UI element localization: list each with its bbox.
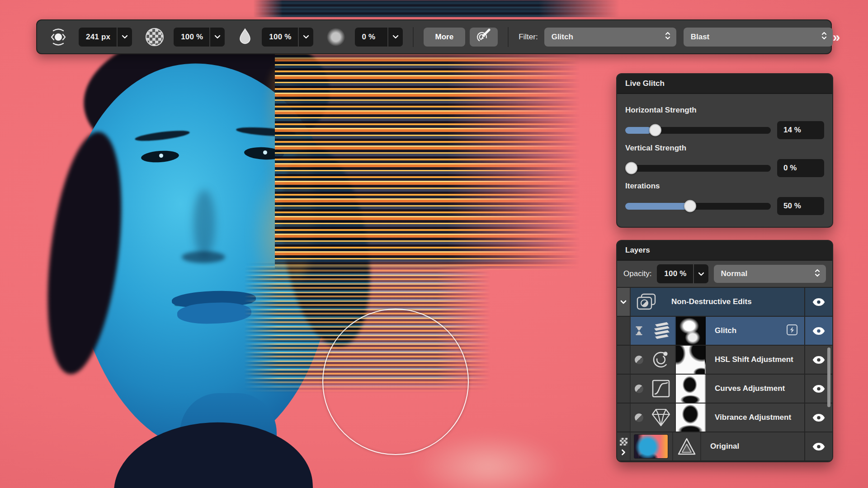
transparency-checker-icon: [620, 438, 627, 446]
glitch-streaks-hair: [275, 51, 589, 271]
flow-value: 100 %: [262, 33, 297, 42]
layer-mask-thumbnail[interactable]: [676, 317, 706, 345]
shoulders: [111, 418, 315, 488]
nose: [182, 251, 225, 263]
hourglass-icon: [631, 317, 647, 345]
iterations-slider[interactable]: [625, 203, 771, 210]
eye-icon: [812, 298, 825, 306]
curves-icon: [647, 375, 676, 403]
live-glitch-panel-title: Live Glitch: [617, 74, 832, 94]
vertical-strength-label: Vertical Strength: [625, 144, 824, 153]
visibility-toggle[interactable]: [804, 317, 832, 345]
chevron-down-icon[interactable]: [209, 28, 225, 47]
layers-scrollbar[interactable]: [827, 347, 830, 407]
vertical-strength-slider[interactable]: [625, 165, 771, 172]
slider-thumb[interactable]: [625, 162, 637, 174]
pixel-layer-state-cell[interactable]: [617, 432, 631, 460]
hardness-combobox[interactable]: 0 %: [355, 28, 403, 47]
row-margin-cell: [617, 404, 631, 432]
blend-mode-select[interactable]: Normal: [714, 265, 826, 283]
visibility-toggle[interactable]: [804, 404, 832, 432]
blend-mode-value: Normal: [721, 269, 748, 278]
live-glitch-panel: Live Glitch Horizontal Strength 14 % Ver…: [616, 73, 833, 228]
layer-label[interactable]: Vibrance Adjustment: [715, 413, 791, 422]
hardness-value: 0 %: [355, 33, 387, 42]
layer-row-hsl[interactable]: HSL Shift Adjustment: [617, 346, 832, 375]
horizontal-strength-value[interactable]: 14 %: [777, 121, 824, 139]
opacity-combobox[interactable]: 100 %: [174, 28, 225, 47]
layer-row-curves[interactable]: Curves Adjustment: [617, 375, 832, 404]
nose-shadow: [193, 190, 215, 258]
group-folder-icon: [631, 288, 662, 316]
filter-select-value: Glitch: [552, 33, 573, 42]
layer-label[interactable]: HSL Shift Adjustment: [715, 355, 793, 364]
layer-photo-thumbnail[interactable]: [634, 435, 668, 458]
layers-panel: Layers Opacity: 100 % Normal: [616, 240, 833, 462]
layer-row-vibrance[interactable]: Vibrance Adjustment: [617, 404, 832, 432]
brush-width-icon: [48, 27, 69, 47]
eye-icon: [812, 356, 825, 364]
iterations-label: Iterations: [625, 182, 824, 191]
hardness-icon: [327, 28, 345, 46]
opacity-value: 100 %: [174, 33, 209, 42]
filter-label: Filter:: [519, 33, 538, 42]
layer-mask-thumbnail[interactable]: [676, 375, 706, 403]
glitched-hair-top: [253, 0, 619, 17]
layer-row-glitch[interactable]: Glitch: [617, 317, 832, 346]
chevron-down-icon: [620, 300, 627, 304]
eye-icon: [812, 414, 825, 422]
live-filter-stack-icon: [647, 317, 676, 345]
horizontal-strength-slider[interactable]: [625, 127, 771, 134]
filter-type-value: Blast: [691, 33, 710, 42]
flow-combobox[interactable]: 100 %: [262, 28, 313, 47]
adjustment-state-icon: [635, 413, 643, 422]
layers-panel-title: Layers: [617, 241, 832, 261]
image-triangle-icon: [672, 432, 701, 460]
filter-select[interactable]: Glitch: [544, 28, 676, 47]
chevron-down-icon[interactable]: [117, 28, 132, 47]
slider-thumb[interactable]: [684, 200, 696, 212]
brush-swirl-icon: [476, 28, 492, 45]
horizontal-strength-label: Horizontal Strength: [625, 106, 824, 115]
layer-label[interactable]: Curves Adjustment: [715, 384, 785, 393]
layer-mask-thumbnail[interactable]: [676, 346, 706, 374]
layer-label[interactable]: Glitch: [715, 326, 736, 335]
chevron-right-icon: [621, 449, 626, 455]
updown-arrows-icon: [821, 31, 827, 42]
group-expand-cell[interactable]: [617, 288, 631, 316]
layer-label[interactable]: Non-Destructive Edits: [662, 288, 804, 316]
iterations-value[interactable]: 50 %: [777, 197, 824, 215]
layer-row-group[interactable]: Non-Destructive Edits: [617, 288, 832, 317]
visibility-toggle[interactable]: [804, 432, 832, 460]
row-margin-cell: [617, 375, 631, 403]
brush-width-combobox[interactable]: 241 px: [79, 28, 132, 47]
chevron-down-icon[interactable]: [693, 264, 708, 283]
eye-icon: [812, 385, 825, 393]
adjustment-state-icon: [635, 356, 643, 364]
slider-thumb[interactable]: [649, 124, 661, 136]
hsl-icon: [647, 346, 676, 374]
adjustment-state-icon: [635, 385, 643, 393]
vertical-strength-value[interactable]: 0 %: [777, 159, 824, 177]
row-margin-cell: [617, 317, 631, 345]
chevron-down-icon[interactable]: [298, 28, 313, 47]
context-toolbar: 241 px 100 % 100 % 0 % More: [36, 19, 832, 54]
vibrance-diamond-icon: [647, 404, 676, 432]
visibility-toggle[interactable]: [804, 288, 832, 316]
layer-mask-thumbnail[interactable]: [676, 404, 706, 432]
chevron-down-icon[interactable]: [387, 28, 403, 47]
brush-settings-button[interactable]: [470, 28, 498, 47]
flow-droplet-icon: [238, 28, 252, 47]
filter-type-select[interactable]: Blast: [684, 28, 833, 47]
layer-opacity-label: Opacity:: [623, 269, 651, 278]
layer-opacity-combobox[interactable]: 100 %: [657, 264, 708, 283]
more-button[interactable]: More: [424, 28, 466, 47]
eye-glint: [263, 150, 267, 155]
layer-row-original[interactable]: Original: [617, 432, 832, 461]
layer-label[interactable]: Original: [710, 442, 739, 451]
toolbar-overflow-chevrons-icon[interactable]: »: [833, 30, 840, 44]
eye-glint: [159, 154, 163, 158]
updown-arrows-icon: [665, 31, 671, 42]
slider-fill: [625, 203, 689, 210]
eye-icon: [812, 443, 825, 450]
